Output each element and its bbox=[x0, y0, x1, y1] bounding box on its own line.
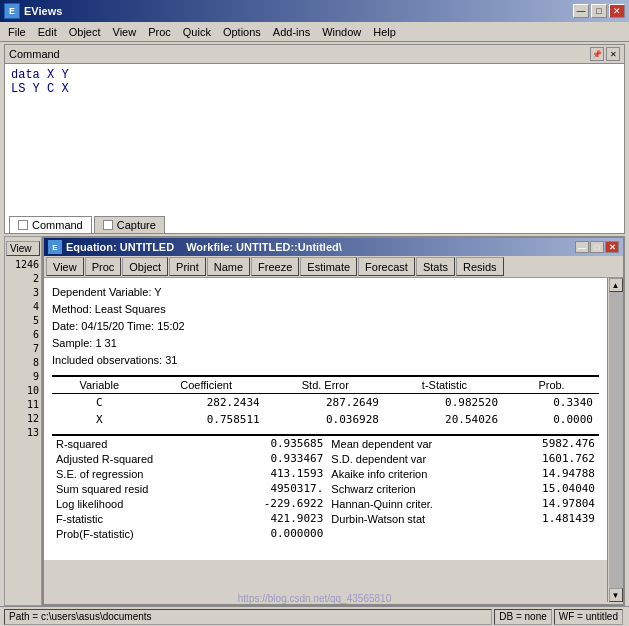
command-line-2: LS Y C X bbox=[11, 82, 618, 96]
menu-edit[interactable]: Edit bbox=[32, 24, 63, 40]
scroll-up-button[interactable]: ▲ bbox=[609, 278, 623, 292]
scroll-down-button[interactable]: ▼ bbox=[609, 588, 623, 602]
menu-object[interactable]: Object bbox=[63, 24, 107, 40]
eq-tool-print[interactable]: Print bbox=[169, 257, 206, 276]
stats-table: R-squared 0.935685 Mean dependent var 59… bbox=[52, 434, 599, 541]
main-area: View 1246 2 3 4 5 6 7 8 9 10 11 12 13 E … bbox=[4, 236, 625, 606]
menu-proc[interactable]: Proc bbox=[142, 24, 177, 40]
stat-schwarz-value: 15.04040 bbox=[502, 481, 599, 496]
close-panel-icon[interactable]: ✕ bbox=[606, 47, 620, 61]
eq-tool-stats[interactable]: Stats bbox=[416, 257, 455, 276]
eq-tool-freeze[interactable]: Freeze bbox=[251, 257, 299, 276]
stat-fstat-value: 421.9023 bbox=[220, 511, 328, 526]
stat-loglik-label: Log likelihood bbox=[52, 496, 220, 511]
status-path: Path = c:\users\asus\documents bbox=[4, 609, 492, 625]
eq-tool-proc[interactable]: Proc bbox=[85, 257, 122, 276]
equation-title-bar: E Equation: UNTITLED Workfile: UNTITLED:… bbox=[44, 238, 623, 256]
equation-close-button[interactable]: ✕ bbox=[605, 241, 619, 253]
stat-schwarz-label: Schwarz criterion bbox=[327, 481, 501, 496]
stat-fstat-label: F-statistic bbox=[52, 511, 220, 526]
stat-adjrsq-label: Adjusted R-squared bbox=[52, 451, 220, 466]
sample-label: Sample: 1 31 bbox=[52, 335, 599, 352]
menu-window[interactable]: Window bbox=[316, 24, 367, 40]
table-row: C 282.2434 287.2649 0.982520 0.3340 bbox=[52, 394, 599, 412]
menu-help[interactable]: Help bbox=[367, 24, 402, 40]
tab-command-label: Command bbox=[32, 219, 83, 231]
var-c: C bbox=[52, 394, 147, 412]
eq-tool-name[interactable]: Name bbox=[207, 257, 250, 276]
maximize-button[interactable]: □ bbox=[591, 4, 607, 18]
equation-maximize-button[interactable]: □ bbox=[590, 241, 604, 253]
col-prob: Prob. bbox=[504, 376, 599, 394]
menu-quick[interactable]: Quick bbox=[177, 24, 217, 40]
minimize-button[interactable]: — bbox=[573, 4, 589, 18]
command-content[interactable]: data X Y LS Y C X bbox=[5, 64, 624, 100]
row-num-2: 2 bbox=[5, 272, 41, 286]
row-num-11: 11 bbox=[5, 398, 41, 412]
tab-command[interactable]: Command bbox=[9, 216, 92, 233]
col-variable: Variable bbox=[52, 376, 147, 394]
stats-row-1: R-squared 0.935685 Mean dependent var 59… bbox=[52, 435, 599, 451]
stat-se-label: S.E. of regression bbox=[52, 466, 220, 481]
tab-command-icon bbox=[18, 220, 28, 230]
pin-icon[interactable]: 📌 bbox=[590, 47, 604, 61]
dependent-var-label: Dependent Variable: Y bbox=[52, 284, 599, 301]
view-button[interactable]: View bbox=[6, 241, 40, 256]
stat-aic-value: 14.94788 bbox=[502, 466, 599, 481]
eq-tool-estimate[interactable]: Estimate bbox=[300, 257, 357, 276]
date-label: Date: 04/15/20 Time: 15:02 bbox=[52, 318, 599, 335]
equation-workfile: Workfile: UNTITLED::Untitled\ bbox=[186, 241, 342, 253]
table-row: X 0.758511 0.036928 20.54026 0.0000 bbox=[52, 411, 599, 428]
col-coefficient: Coefficient bbox=[147, 376, 266, 394]
row-num-5: 5 bbox=[5, 314, 41, 328]
app-icon: E bbox=[4, 3, 20, 19]
observations-label: Included observations: 31 bbox=[52, 352, 599, 369]
eq-tool-view[interactable]: View bbox=[46, 257, 84, 276]
row-num-13: 13 bbox=[5, 426, 41, 440]
stat-rsq-value: 0.935685 bbox=[220, 435, 328, 451]
equation-content-area: Dependent Variable: Y Method: Least Squa… bbox=[44, 278, 623, 602]
prob-c: 0.3340 bbox=[504, 394, 599, 412]
menu-view[interactable]: View bbox=[107, 24, 143, 40]
stat-rsq-label: R-squared bbox=[52, 435, 220, 451]
col-stderr: Std. Error bbox=[266, 376, 385, 394]
stat-adjrsq-value: 0.933467 bbox=[220, 451, 328, 466]
row-num-1: 1246 bbox=[5, 258, 41, 272]
equation-header-info: Dependent Variable: Y Method: Least Squa… bbox=[52, 284, 599, 369]
equation-icon: E bbox=[48, 240, 62, 254]
row-num-8: 8 bbox=[5, 356, 41, 370]
stderr-c: 287.2649 bbox=[266, 394, 385, 412]
row-num-4: 4 bbox=[5, 300, 41, 314]
equation-minimize-button[interactable]: — bbox=[575, 241, 589, 253]
equation-toolbar: View Proc Object Print Name Freeze Estim… bbox=[44, 256, 623, 278]
row-num-3: 3 bbox=[5, 286, 41, 300]
tab-capture-icon bbox=[103, 220, 113, 230]
tab-capture[interactable]: Capture bbox=[94, 216, 165, 233]
vertical-scrollbar[interactable]: ▲ ▼ bbox=[607, 278, 623, 602]
row-num-10: 10 bbox=[5, 384, 41, 398]
var-x: X bbox=[52, 411, 147, 428]
row-num-9: 9 bbox=[5, 370, 41, 384]
status-bar: Path = c:\users\asus\documents DB = none… bbox=[0, 606, 629, 626]
equation-content[interactable]: Dependent Variable: Y Method: Least Squa… bbox=[44, 278, 607, 560]
command-panel-label: Command bbox=[9, 48, 60, 60]
eq-tool-resids[interactable]: Resids bbox=[456, 257, 504, 276]
scroll-track[interactable] bbox=[609, 292, 623, 588]
stat-aic-label: Akaike info criterion bbox=[327, 466, 501, 481]
row-num-12: 12 bbox=[5, 412, 41, 426]
status-wf: WF = untitled bbox=[554, 609, 623, 625]
eq-tool-forecast[interactable]: Forecast bbox=[358, 257, 415, 276]
row-num-6: 6 bbox=[5, 328, 41, 342]
menu-file[interactable]: File bbox=[2, 24, 32, 40]
command-line-1: data X Y bbox=[11, 68, 618, 82]
menu-addins[interactable]: Add-ins bbox=[267, 24, 316, 40]
close-button[interactable]: ✕ bbox=[609, 4, 625, 18]
stats-row-4: Sum squared resid 4950317. Schwarz crite… bbox=[52, 481, 599, 496]
title-bar-buttons: — □ ✕ bbox=[573, 4, 625, 18]
stats-row-6: F-statistic 421.9023 Durbin-Watson stat … bbox=[52, 511, 599, 526]
stderr-x: 0.036928 bbox=[266, 411, 385, 428]
stat-probf-label: Prob(F-statistic) bbox=[52, 526, 220, 541]
stat-loglik-value: -229.6922 bbox=[220, 496, 328, 511]
menu-options[interactable]: Options bbox=[217, 24, 267, 40]
eq-tool-object[interactable]: Object bbox=[122, 257, 168, 276]
